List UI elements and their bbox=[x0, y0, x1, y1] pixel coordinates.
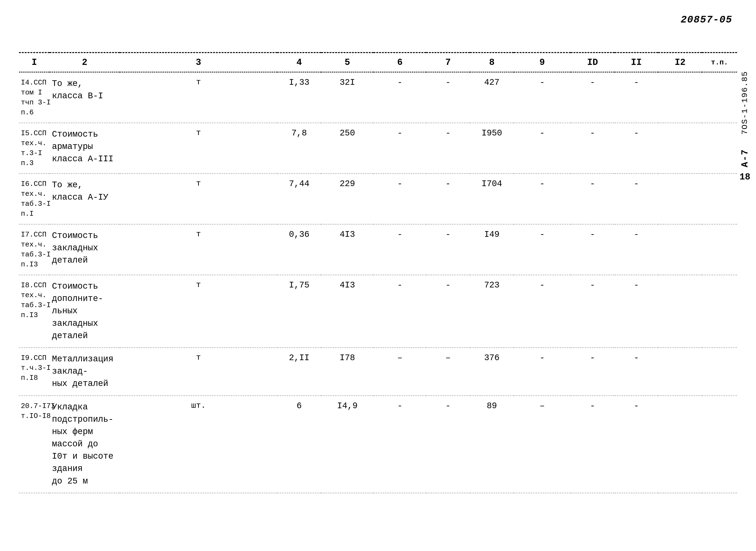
cell-r2-c1: То же, класса А-IУ bbox=[49, 173, 120, 224]
table-row: I4.ССП том I тчп 3-I п.6То же, класса В-… bbox=[19, 72, 737, 123]
cell-r6-c1: Укладка подстропиль- ных ферм массой до … bbox=[49, 396, 120, 493]
cell-r0-c4: 32I bbox=[321, 72, 374, 123]
cell-r5-c2: т bbox=[120, 348, 277, 396]
cell-r3-c9: - bbox=[571, 224, 614, 275]
cell-r2-c6: - bbox=[426, 173, 470, 224]
cell-r6-c0: 20.7-I7I т.IO-I8 bbox=[19, 396, 49, 493]
cell-r3-c2: т bbox=[120, 224, 277, 275]
cell-r2-c8: - bbox=[514, 173, 571, 224]
cell-r5-c6: – bbox=[426, 348, 470, 396]
cell-r0-c9: - bbox=[571, 72, 614, 123]
cell-r0-c8: - bbox=[514, 72, 571, 123]
cell-r5-c0: I9.ССП т.ч.3-I п.I8 bbox=[19, 348, 49, 396]
cell-r1-c12 bbox=[702, 123, 737, 173]
col-header-8: 8 bbox=[470, 53, 514, 72]
col-header-1: I bbox=[19, 53, 49, 72]
doc-number: 20857-05 bbox=[681, 14, 732, 26]
cell-r2-c2: т bbox=[120, 173, 277, 224]
col-header-10: ID bbox=[571, 53, 614, 72]
col-header-5: 5 bbox=[321, 53, 374, 72]
cell-r2-c0: I6.ССП тех.ч. таб.3-I п.I bbox=[19, 173, 49, 224]
cell-r0-c2: т bbox=[120, 72, 277, 123]
col-header-3: 3 bbox=[120, 53, 277, 72]
cell-r6-c6: - bbox=[426, 396, 470, 493]
cell-r3-c11 bbox=[658, 224, 702, 275]
cell-r5-c5: – bbox=[373, 348, 426, 396]
main-table: I 2 3 4 5 6 7 8 9 ID II I2 т.п. I4.ССП т… bbox=[19, 52, 737, 493]
cell-r0-c7: 427 bbox=[470, 72, 514, 123]
cell-r2-c10: - bbox=[614, 173, 658, 224]
table-row: 20.7-I7I т.IO-I8Укладка подстропиль- ных… bbox=[19, 396, 737, 493]
cell-r4-c5: - bbox=[373, 275, 426, 348]
right-label-18: 18 bbox=[739, 172, 750, 182]
cell-r3-c0: I7.ССП тех.ч. таб.3-I п.I3 bbox=[19, 224, 49, 275]
col-header-11: II bbox=[614, 53, 658, 72]
cell-r1-c5: - bbox=[373, 123, 426, 173]
cell-r0-c6: - bbox=[426, 72, 470, 123]
cell-r4-c7: 723 bbox=[470, 275, 514, 348]
cell-r6-c5: - bbox=[373, 396, 426, 493]
cell-r2-c11 bbox=[658, 173, 702, 224]
cell-r4-c6: - bbox=[426, 275, 470, 348]
cell-r4-c3: I,75 bbox=[277, 275, 321, 348]
col-header-2: 2 bbox=[49, 53, 120, 72]
cell-r3-c10: - bbox=[614, 224, 658, 275]
cell-r5-c4: I78 bbox=[321, 348, 374, 396]
col-header-6: 6 bbox=[373, 53, 426, 72]
cell-r5-c7: 376 bbox=[470, 348, 514, 396]
cell-r0-c10: - bbox=[614, 72, 658, 123]
cell-r1-c6: - bbox=[426, 123, 470, 173]
cell-r1-c1: Стоимость арматуры класса А-III bbox=[49, 123, 120, 173]
cell-r6-c12 bbox=[702, 396, 737, 493]
cell-r2-c3: 7,44 bbox=[277, 173, 321, 224]
right-label-top: 7OS-1-196.85 bbox=[740, 71, 749, 135]
cell-r0-c1: То же, класса В-I bbox=[49, 72, 120, 123]
cell-r4-c10: - bbox=[614, 275, 658, 348]
cell-r6-c11 bbox=[658, 396, 702, 493]
cell-r5-c11 bbox=[658, 348, 702, 396]
cell-r6-c3: 6 bbox=[277, 396, 321, 493]
cell-r6-c9: - bbox=[571, 396, 614, 493]
cell-r6-c4: I4,9 bbox=[321, 396, 374, 493]
cell-r5-c8: - bbox=[514, 348, 571, 396]
cell-r1-c3: 7,8 bbox=[277, 123, 321, 173]
cell-r6-c2: шт. bbox=[120, 396, 277, 493]
cell-r6-c7: 89 bbox=[470, 396, 514, 493]
cell-r1-c8: - bbox=[514, 123, 571, 173]
table-row: I7.ССП тех.ч. таб.3-I п.I3Стоимость закл… bbox=[19, 224, 737, 275]
cell-r0-c12 bbox=[702, 72, 737, 123]
right-label-bottom: А-7 bbox=[740, 149, 750, 167]
table-row: I9.ССП т.ч.3-I п.I8Металлизация заклад- … bbox=[19, 348, 737, 396]
cell-r4-c2: т bbox=[120, 275, 277, 348]
cell-r6-c10: - bbox=[614, 396, 658, 493]
cell-r1-c11 bbox=[658, 123, 702, 173]
col-header-4: 4 bbox=[277, 53, 321, 72]
cell-r1-c4: 250 bbox=[321, 123, 374, 173]
cell-r3-c1: Стоимость закладных деталей bbox=[49, 224, 120, 275]
cell-r2-c9: - bbox=[571, 173, 614, 224]
cell-r0-c0: I4.ССП том I тчп 3-I п.6 bbox=[19, 72, 49, 123]
cell-r2-c7: I704 bbox=[470, 173, 514, 224]
cell-r3-c8: - bbox=[514, 224, 571, 275]
cell-r5-c9: - bbox=[571, 348, 614, 396]
cell-r4-c1: Стоимость дополните- льных закладных дет… bbox=[49, 275, 120, 348]
cell-r5-c3: 2,II bbox=[277, 348, 321, 396]
cell-r1-c10: - bbox=[614, 123, 658, 173]
cell-r2-c5: - bbox=[373, 173, 426, 224]
cell-r2-c4: 229 bbox=[321, 173, 374, 224]
cell-r3-c3: 0,36 bbox=[277, 224, 321, 275]
cell-r1-c9: - bbox=[571, 123, 614, 173]
cell-r3-c6: - bbox=[426, 224, 470, 275]
page-container: 20857-05 7OS-1-196.85 А-7 18 bbox=[0, 0, 756, 551]
cell-r0-c5: - bbox=[373, 72, 426, 123]
cell-r1-c7: I950 bbox=[470, 123, 514, 173]
cell-r4-c11 bbox=[658, 275, 702, 348]
cell-r4-c4: 4I3 bbox=[321, 275, 374, 348]
table-row: I6.ССП тех.ч. таб.3-I п.IТо же, класса А… bbox=[19, 173, 737, 224]
cell-r3-c4: 4I3 bbox=[321, 224, 374, 275]
right-side-labels: 7OS-1-196.85 А-7 18 bbox=[739, 71, 750, 182]
cell-r5-c1: Металлизация заклад- ных деталей bbox=[49, 348, 120, 396]
col-header-12: I2 bbox=[658, 53, 702, 72]
col-header-9: 9 bbox=[514, 53, 571, 72]
cell-r1-c2: т bbox=[120, 123, 277, 173]
